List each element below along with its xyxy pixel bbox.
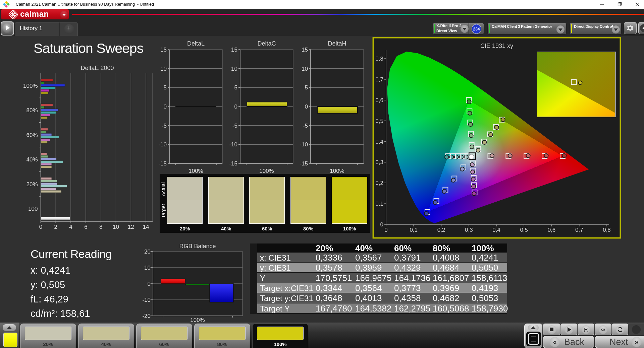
svg-text:-15: -15 [229,160,237,167]
svg-text:100%: 100% [259,168,274,174]
svg-text:0: 0 [384,227,387,233]
svg-text:0,7: 0,7 [375,76,383,83]
svg-text:0,5: 0,5 [520,227,528,233]
svg-text:0,2: 0,2 [437,227,445,233]
svg-text:100%: 100% [23,83,38,89]
svg-text:14: 14 [143,224,149,230]
svg-text:0,4: 0,4 [375,139,383,145]
svg-text:-20: -20 [142,313,151,319]
svg-text:0,3: 0,3 [465,227,473,233]
svg-text:-15: -15 [158,160,167,167]
svg-text:10: 10 [144,265,151,271]
svg-text:0: 0 [164,103,167,110]
svg-text:0,5: 0,5 [375,118,383,124]
svg-text:15: 15 [160,47,167,53]
svg-text:80%: 80% [26,107,38,114]
svg-text:10: 10 [231,66,237,72]
svg-text:20: 20 [144,249,151,255]
svg-text:5: 5 [305,84,308,91]
svg-text:-5: -5 [232,123,237,129]
svg-text:-10: -10 [300,141,308,148]
svg-text:10: 10 [302,66,308,72]
svg-text:-15: -15 [300,160,308,167]
svg-text:-5: -5 [162,123,167,129]
svg-text:0,1: 0,1 [375,201,383,207]
svg-text:0,4: 0,4 [492,227,500,233]
svg-text:0: 0 [305,103,308,110]
svg-text:12: 12 [128,224,134,230]
svg-text:0: 0 [39,224,42,230]
svg-text:-10: -10 [229,141,237,148]
svg-text:0,7: 0,7 [575,227,583,233]
svg-text:0: 0 [148,281,151,287]
svg-text:6: 6 [84,224,87,230]
svg-text:DeltaH: DeltaH [328,40,346,47]
svg-text:10: 10 [160,66,167,72]
svg-text:40%: 40% [26,156,38,163]
svg-text:100%: 100% [189,168,203,174]
svg-text:0: 0 [234,103,237,110]
svg-text:15: 15 [231,47,237,53]
svg-text:20%: 20% [26,181,38,188]
svg-text:15: 15 [302,47,308,53]
svg-text:8: 8 [99,224,102,230]
svg-text:0,6: 0,6 [375,97,383,103]
svg-text:0,1: 0,1 [410,227,418,233]
svg-text:-5: -5 [303,123,308,129]
svg-text:CIE 1931 xy: CIE 1931 xy [480,43,513,49]
svg-text:0: 0 [380,221,383,228]
svg-text:60%: 60% [26,132,38,138]
svg-text:5: 5 [164,84,167,91]
svg-text:-10: -10 [142,297,151,303]
svg-text:2: 2 [54,224,57,230]
svg-text:0,3: 0,3 [375,159,383,165]
svg-text:5: 5 [234,84,237,91]
svg-text:0,8: 0,8 [375,56,383,62]
svg-text:100%: 100% [330,168,344,174]
svg-text:-10: -10 [158,141,167,148]
svg-text:10: 10 [113,224,119,230]
svg-text:0,8: 0,8 [603,227,611,233]
svg-text:DeltaE 2000: DeltaE 2000 [80,65,114,71]
svg-text:DeltaC: DeltaC [257,40,276,47]
svg-text:RGB Balance: RGB Balance [179,243,216,250]
svg-text:4: 4 [69,224,72,230]
svg-text:DeltaL: DeltaL [187,40,205,47]
svg-text:0,2: 0,2 [375,180,383,186]
svg-text:0,6: 0,6 [548,227,556,233]
svg-text:100: 100 [28,206,38,212]
